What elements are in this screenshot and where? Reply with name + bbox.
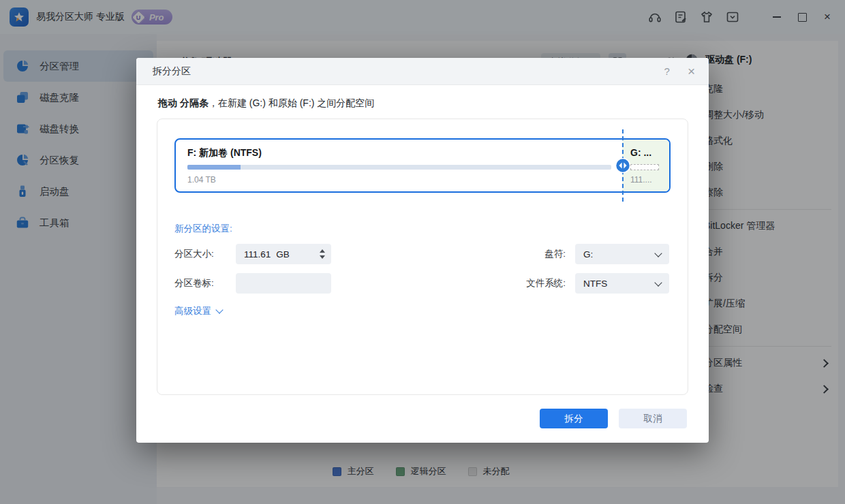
- partition-size-input[interactable]: 111.61 GB: [236, 244, 331, 264]
- partition-size: 111....: [630, 175, 669, 185]
- partition-empty-track: [630, 164, 659, 170]
- split-drag-handle[interactable]: [615, 157, 631, 174]
- dialog-help-icon[interactable]: ?: [664, 65, 670, 77]
- dialog-title: 拆分分区: [153, 65, 191, 78]
- dialog-close-icon[interactable]: ×: [688, 65, 695, 78]
- chevron-down-icon: [654, 279, 662, 286]
- drive-letter-label: 盘符:: [523, 248, 566, 260]
- dialog-body-box: F: 新加卷 (NTFS) 1.04 TB G: ... 111....: [157, 119, 688, 395]
- chevron-down-icon: [654, 249, 662, 257]
- partition-bar: F: 新加卷 (NTFS) 1.04 TB G: ... 111....: [174, 138, 671, 193]
- form-row-1: 分区大小: 111.61 GB 盘符: G:: [157, 244, 688, 264]
- partition-usage-track: [187, 165, 611, 170]
- partition-name: F: 新加卷 (NTFS): [187, 147, 622, 159]
- app-window: 易我分区大师 专业版 U Pro: [0, 0, 845, 504]
- drive-letter-select[interactable]: G:: [575, 244, 669, 264]
- partition-size-label: 分区大小:: [174, 248, 236, 260]
- new-partition-settings-label: 新分区的设置:: [174, 223, 688, 235]
- filesystem-label: 文件系统:: [523, 277, 566, 289]
- volume-label-label: 分区卷标:: [174, 277, 236, 289]
- split-partition-dialog: 拆分分区 ? × 拖动 分隔条，在新建 (G:) 和原始 (F:) 之间分配空间…: [136, 58, 709, 443]
- partition-size: 1.04 TB: [187, 175, 622, 185]
- partition-size-unit: GB: [276, 249, 290, 259]
- chevron-down-icon: [215, 306, 223, 313]
- partition-name: G: ...: [630, 147, 669, 158]
- form-row-2: 分区卷标: 文件系统: NTFS: [157, 273, 688, 294]
- split-button[interactable]: 拆分: [540, 409, 608, 428]
- stepper-down-icon[interactable]: [320, 255, 325, 259]
- partition-size-value: 111.61: [244, 249, 271, 259]
- stepper-up-icon[interactable]: [320, 249, 325, 253]
- filesystem-select[interactable]: NTFS: [575, 273, 669, 294]
- partition-map: F: 新加卷 (NTFS) 1.04 TB G: ... 111....: [174, 138, 671, 193]
- size-stepper[interactable]: [320, 249, 325, 259]
- cancel-button[interactable]: 取消: [619, 409, 687, 428]
- dialog-instruction: 拖动 分隔条，在新建 (G:) 和原始 (F:) 之间分配空间: [158, 96, 687, 110]
- partition-usage-fill: [187, 165, 241, 170]
- volume-label-input[interactable]: [236, 273, 331, 294]
- advanced-settings-link[interactable]: 高级设置: [174, 305, 222, 317]
- partition-original-f[interactable]: F: 新加卷 (NTFS) 1.04 TB: [176, 140, 622, 191]
- dialog-actions: 拆分 取消: [540, 409, 687, 428]
- dialog-header: 拆分分区 ? ×: [136, 58, 709, 85]
